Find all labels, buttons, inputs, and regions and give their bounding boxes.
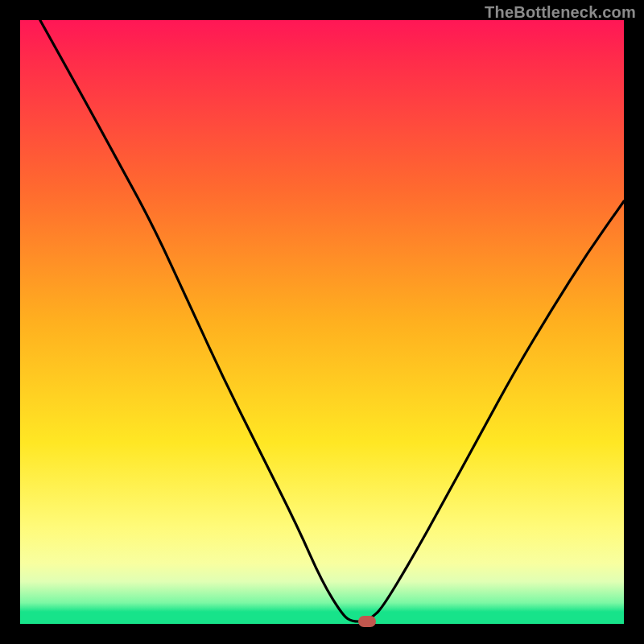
optimal-marker bbox=[358, 616, 376, 627]
curve-svg bbox=[20, 20, 624, 624]
chart-frame: TheBottleneck.com bbox=[0, 0, 644, 644]
bottleneck-curve-path bbox=[40, 20, 624, 621]
watermark-text: TheBottleneck.com bbox=[485, 3, 636, 22]
